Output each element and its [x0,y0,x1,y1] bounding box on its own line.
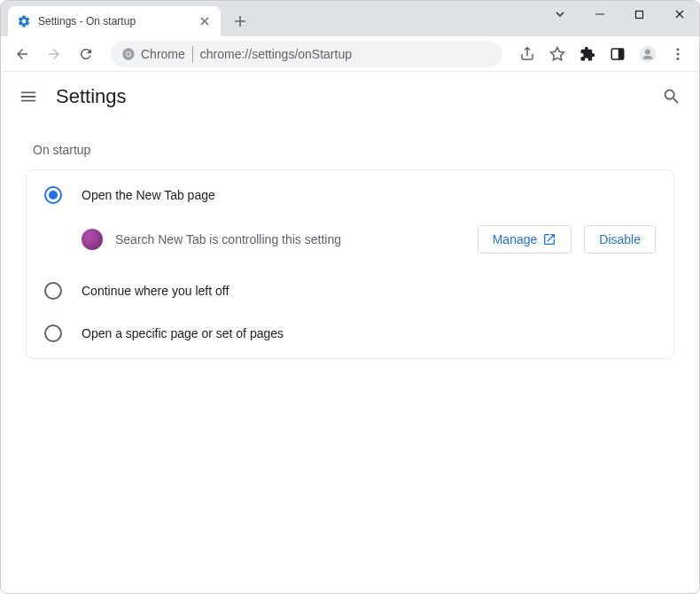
option-new-tab[interactable]: Open the New Tab page [27,174,673,216]
option-label: Continue where you left off [82,284,229,298]
minimize-icon [595,9,605,20]
extensions-button[interactable] [573,40,602,68]
maximize-icon [634,10,644,20]
menu-toggle[interactable] [19,87,38,106]
new-tab-button[interactable] [228,9,253,34]
svg-rect-0 [636,11,643,18]
share-button[interactable] [513,40,541,68]
manage-button[interactable]: Manage [478,225,572,254]
arrow-left-icon [14,46,30,62]
option-label: Open the New Tab page [82,188,215,202]
content: On startup Open the New Tab page Search … [1,121,699,380]
settings-gear-icon [17,14,31,28]
window-controls [540,1,699,27]
browser-tab[interactable]: Settings - On startup [8,6,221,36]
option-label: Open a specific page or set of pages [82,326,284,340]
page-title: Settings [56,85,127,108]
back-button[interactable] [8,40,36,68]
close-icon [674,9,685,20]
kebab-icon [670,46,686,62]
puzzle-icon [579,46,595,62]
omnibox[interactable]: Chrome chrome://settings/onStartup [111,41,502,67]
radio-new-tab[interactable] [44,186,62,204]
svg-point-8 [677,48,680,51]
close-icon [200,17,209,26]
section-title: On startup [26,143,674,157]
extension-notice-text: Search New Tab is controlling this setti… [115,232,465,246]
reload-icon [78,46,94,62]
tab-title: Settings - On startup [38,15,191,27]
extension-icon [82,229,103,250]
option-specific-pages[interactable]: Open a specific page or set of pages [27,312,673,355]
omnibox-divider [192,46,193,62]
manage-label: Manage [493,232,538,246]
open-in-new-icon [542,232,556,246]
profile-button[interactable] [634,40,662,68]
chrome-logo-icon [121,47,136,61]
toolbar: Chrome chrome://settings/onStartup [1,36,699,72]
disable-button[interactable]: Disable [584,225,656,254]
avatar-icon [639,45,657,63]
disable-label: Disable [599,232,641,246]
forward-button[interactable] [40,40,68,68]
tab-close-button[interactable] [198,14,212,28]
sidepanel-button[interactable] [603,40,632,68]
reload-button[interactable] [72,40,100,68]
settings-header: Settings [1,72,699,121]
toolbar-right [513,40,692,68]
svg-point-9 [677,52,680,55]
startup-card: Open the New Tab page Search New Tab is … [26,169,674,359]
arrow-right-icon [46,46,62,62]
window-dropdown[interactable] [540,1,579,27]
radio-specific[interactable] [44,324,62,342]
search-icon [662,87,681,106]
option-continue[interactable]: Continue where you left off [27,270,673,312]
panel-icon [610,46,626,62]
extension-notice-row: Search New Tab is controlling this setti… [27,216,673,270]
share-icon [519,46,535,62]
svg-point-3 [127,52,130,56]
menu-button[interactable] [664,40,692,68]
search-settings-button[interactable] [662,87,681,106]
hamburger-icon [19,87,38,106]
window-close[interactable] [659,1,699,27]
radio-continue[interactable] [44,282,62,300]
svg-point-7 [645,49,650,54]
titlebar: Settings - On startup [1,1,699,36]
bookmark-button[interactable] [543,40,572,68]
plus-icon [234,15,246,27]
omnibox-url: chrome://settings/onStartup [200,47,352,61]
svg-point-10 [677,57,680,59]
window-maximize[interactable] [619,1,659,27]
star-icon [549,46,565,62]
chevron-down-icon [555,9,565,20]
omnibox-chip: Chrome [121,47,185,61]
window-minimize[interactable] [579,1,619,27]
omnibox-chip-label: Chrome [141,47,185,61]
svg-rect-5 [618,49,624,59]
